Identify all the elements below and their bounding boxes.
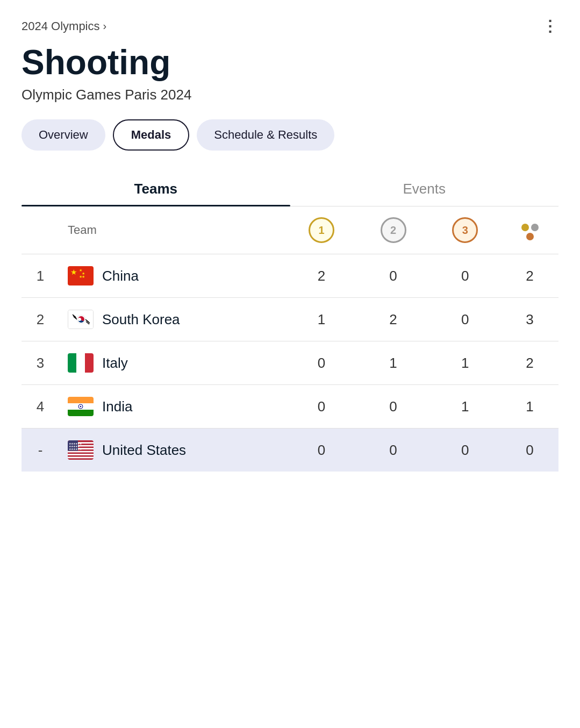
silver-cell: 0	[357, 254, 429, 298]
section-tabs: Teams Events	[22, 170, 558, 206]
team-cell: ★★★★★★ ★★★★★ ★★★★★★ United States	[59, 429, 285, 472]
svg-point-21	[80, 406, 81, 407]
silver-cell: 0	[357, 385, 429, 429]
rank-cell: 3	[22, 341, 59, 385]
tab-teams[interactable]: Teams	[22, 170, 290, 206]
country-name: United States	[102, 442, 186, 459]
silver-cell: 0	[357, 429, 429, 472]
tab-events[interactable]: Events	[290, 170, 559, 206]
svg-rect-6	[68, 310, 93, 329]
medals-table: Team 1 2 3	[22, 206, 558, 472]
svg-rect-14	[68, 353, 76, 373]
more-options-icon[interactable]: ⋮	[542, 17, 558, 35]
svg-text:★: ★	[79, 275, 82, 279]
team-cell: Italy	[59, 341, 285, 385]
rank-header	[22, 206, 59, 254]
gold-cell: 1	[285, 298, 357, 341]
team-header: Team	[59, 206, 285, 254]
bronze-cell: 1	[429, 385, 501, 429]
rank-cell: 4	[22, 385, 59, 429]
total-cell: 1	[501, 385, 558, 429]
svg-rect-28	[68, 457, 94, 459]
team-cell: India	[59, 385, 285, 429]
total-cell: 3	[501, 298, 558, 341]
nav-tabs: Overview Medals Schedule & Results	[22, 119, 558, 151]
silver-header: 2	[357, 206, 429, 254]
bronze-medal-icon: 3	[452, 217, 478, 243]
svg-text:★: ★	[70, 268, 77, 276]
country-flag: ★ ★ ★ ★ ★	[68, 266, 94, 286]
silver-cell: 2	[357, 298, 429, 341]
tab-medals[interactable]: Medals	[113, 119, 190, 151]
bronze-header: 3	[429, 206, 501, 254]
total-medal-icon	[521, 224, 539, 240]
svg-rect-27	[68, 454, 94, 455]
rank-cell: -	[22, 429, 59, 472]
total-header	[501, 206, 558, 254]
table-row: 3 Italy0112	[22, 341, 558, 385]
silver-medal-icon: 2	[381, 217, 406, 243]
rank-cell: 2	[22, 298, 59, 341]
page-title: Shooting	[22, 44, 558, 81]
country-flag	[68, 397, 94, 416]
page-subtitle: Olympic Games Paris 2024	[22, 87, 558, 103]
bronze-cell: 0	[429, 429, 501, 472]
country-name: India	[102, 398, 132, 415]
country-flag	[68, 310, 94, 329]
tab-overview[interactable]: Overview	[22, 119, 105, 151]
table-row: 1 ★ ★ ★ ★ ★ China2002	[22, 254, 558, 298]
country-flag	[68, 353, 94, 373]
gold-medal-icon: 1	[309, 217, 334, 243]
table-row: 4 India0011	[22, 385, 558, 429]
breadcrumb-label: 2024 Olympics	[22, 19, 100, 33]
svg-rect-26	[68, 451, 94, 453]
team-cell: South Korea	[59, 298, 285, 341]
gold-cell: 0	[285, 341, 357, 385]
svg-rect-17	[68, 397, 94, 403]
silver-cell: 1	[357, 341, 429, 385]
rank-cell: 1	[22, 254, 59, 298]
country-name: Italy	[102, 355, 128, 372]
breadcrumb[interactable]: 2024 Olympics ›	[22, 19, 106, 33]
svg-rect-16	[85, 353, 94, 373]
gold-cell: 2	[285, 254, 357, 298]
bronze-cell: 0	[429, 254, 501, 298]
gold-cell: 0	[285, 429, 357, 472]
country-name: South Korea	[102, 311, 180, 328]
svg-rect-15	[76, 353, 85, 373]
country-flag: ★★★★★★ ★★★★★ ★★★★★★	[68, 440, 94, 460]
team-cell: ★ ★ ★ ★ ★ China	[59, 254, 285, 298]
gold-header: 1	[285, 206, 357, 254]
tab-schedule[interactable]: Schedule & Results	[197, 119, 334, 151]
total-cell: 2	[501, 254, 558, 298]
svg-rect-19	[68, 410, 94, 416]
table-row: 2 South Korea1203	[22, 298, 558, 341]
bronze-cell: 1	[429, 341, 501, 385]
country-name: China	[102, 268, 139, 284]
table-row: - ★★★★★★ ★★★★★ ★★★★★★ United States0000	[22, 429, 558, 472]
total-cell: 0	[501, 429, 558, 472]
bronze-cell: 0	[429, 298, 501, 341]
total-cell: 2	[501, 341, 558, 385]
breadcrumb-chevron: ›	[103, 20, 107, 32]
svg-text:★★★★★★: ★★★★★★	[69, 447, 82, 451]
gold-cell: 0	[285, 385, 357, 429]
